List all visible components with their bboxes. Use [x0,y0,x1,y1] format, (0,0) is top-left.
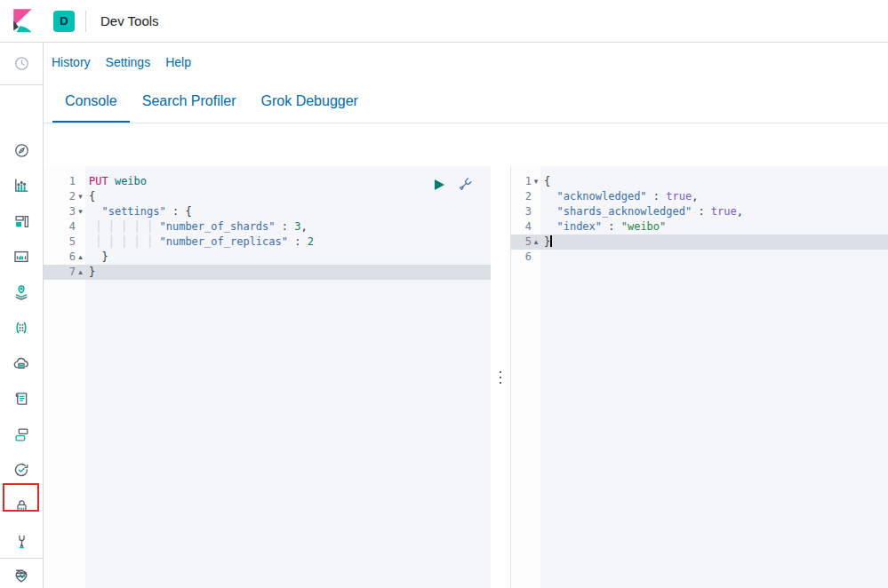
sidebar-item-logs[interactable] [0,381,43,417]
sidebar-collapse[interactable] [0,558,43,588]
sidebar-item-dashboard[interactable] [0,203,43,239]
code-text: { [85,189,491,204]
code-text: "acknowledged" : true, [540,189,888,204]
response-editor[interactable]: 1▾{2 "acknowledged" : true,3 "shards_ack… [510,166,888,588]
play-icon [433,179,445,191]
code-text: "index" : "weibo" [540,219,888,234]
code-line-1[interactable]: 1▾{ [511,174,888,189]
apm-icon [14,427,29,442]
code-text: } [540,234,888,250]
fold-toggle-icon[interactable]: ▾ [76,189,85,204]
devtools-top-nav: History Settings Help [44,43,888,81]
sidebar-item-maps[interactable] [0,274,43,310]
request-actions [433,177,473,192]
nav-link-history[interactable]: History [52,55,91,69]
line-number: 5 [44,234,85,250]
collapse-menu-icon [14,566,29,581]
code-line-1[interactable]: 1PUT weibo [44,174,491,189]
code-text: │ │ │ │ │ "number_of_shards" : 3, [85,219,491,234]
fold-toggle-icon[interactable]: ▴ [532,234,540,250]
drag-dots-icon [500,371,501,384]
panel-resize-handle[interactable] [491,166,510,588]
code-line-7[interactable]: 7▴} [44,265,491,280]
code-text: { [540,174,888,189]
code-line-2[interactable]: 2▾{ [44,189,491,204]
app-badge: D [53,11,75,32]
kibana-logo-icon [11,8,34,35]
request-editor[interactable]: 1PUT weibo2▾{3▾ "settings" : {4 │ │ │ │ … [44,166,491,588]
cloud-server-icon [13,355,29,371]
sidebar-item-apm[interactable] [0,417,43,452]
line-number: 4 [44,219,85,234]
devtools-tabs: Console Search Profiler Grok Debugger [44,81,888,123]
line-number: 1 [44,174,85,189]
sidebar-item-visualize[interactable] [0,168,43,203]
fold-toggle-icon[interactable]: ▴ [76,265,85,280]
code-line-5[interactable]: 5▴} [511,234,888,250]
fold-toggle-icon[interactable]: ▾ [532,174,540,189]
code-line-4[interactable]: 4 "index" : "weibo" [511,219,888,234]
clock-icon [14,56,29,71]
nav-link-settings[interactable]: Settings [106,55,151,69]
wrench-settings-icon [458,177,473,192]
code-line-3[interactable]: 3 "shards_acknowledged" : true, [511,204,888,219]
top-bar: D Dev Tools [0,0,888,43]
code-line-5[interactable]: 5 │ │ │ │ │ "number_of_replicas" : 2 [44,234,491,250]
sidebar-item-siem[interactable] [0,488,43,523]
kibana-logo[interactable] [0,8,44,35]
sidebar-item-uptime[interactable] [0,452,43,488]
sidebar-item-canvas[interactable] [0,239,43,274]
code-text: PUT weibo [85,174,491,189]
sidebar-item-discover[interactable] [0,132,43,168]
app-badge-letter: D [60,14,68,28]
line-number: 5▴ [511,234,540,250]
line-number: 6 [511,250,540,265]
sidebar-item-infrastructure[interactable] [0,346,43,381]
dashboard-icon [14,214,29,229]
fold-toggle-icon[interactable]: ▴ [76,250,85,265]
code-text: } [85,250,491,265]
sidebar-item-recently-viewed[interactable] [0,43,43,85]
lock-icon [14,498,29,513]
text-cursor [550,235,552,247]
topbar-separator [85,11,86,32]
wrench-icon [14,534,29,549]
code-text: "settings" : { [85,204,491,219]
code-text: │ │ │ │ │ "number_of_replicas" : 2 [85,234,491,250]
line-number: 3 [511,204,540,219]
code-line-4[interactable]: 4 │ │ │ │ │ "number_of_shards" : 3, [44,219,491,234]
code-text: "shards_acknowledged" : true, [540,204,888,219]
line-number: 1▾ [511,174,540,189]
main-area: History Settings Help Console Search Pro… [44,43,888,588]
uptime-icon [13,462,29,478]
code-line-6[interactable]: 6 [511,250,888,265]
code-line-6[interactable]: 6▴ } [44,250,491,265]
code-line-2[interactable]: 2 "acknowledged" : true, [511,189,888,204]
bar-chart-icon [13,178,29,194]
line-number: 4 [511,219,540,234]
tab-console[interactable]: Console [52,81,130,123]
line-number: 6▴ [44,250,85,265]
sidebar-nav [0,132,43,588]
send-request-button[interactable] [433,179,445,191]
line-number: 7▴ [44,265,85,280]
page-title: Dev Tools [100,13,159,28]
canvas-icon [13,249,29,265]
code-line-3[interactable]: 3▾ "settings" : { [44,204,491,219]
tab-search-profiler[interactable]: Search Profiler [130,81,249,123]
code-text [540,250,888,265]
map-pin-icon [13,284,29,300]
nav-link-help[interactable]: Help [165,55,191,69]
line-number: 3▾ [44,204,85,219]
app-sidebar [0,43,44,588]
fold-toggle-icon[interactable]: ▾ [76,204,85,219]
console-editor-area: 1PUT weibo2▾{3▾ "settings" : {4 │ │ │ │ … [44,166,888,588]
sidebar-item-dev-tools[interactable] [0,523,43,559]
sidebar-item-machine-learning[interactable] [0,310,43,346]
request-options-button[interactable] [458,177,473,192]
line-number: 2 [511,189,540,204]
tab-grok-debugger[interactable]: Grok Debugger [249,81,371,123]
logs-scroll-icon [13,391,29,407]
line-number: 2▾ [44,189,85,204]
code-text: } [85,265,491,280]
